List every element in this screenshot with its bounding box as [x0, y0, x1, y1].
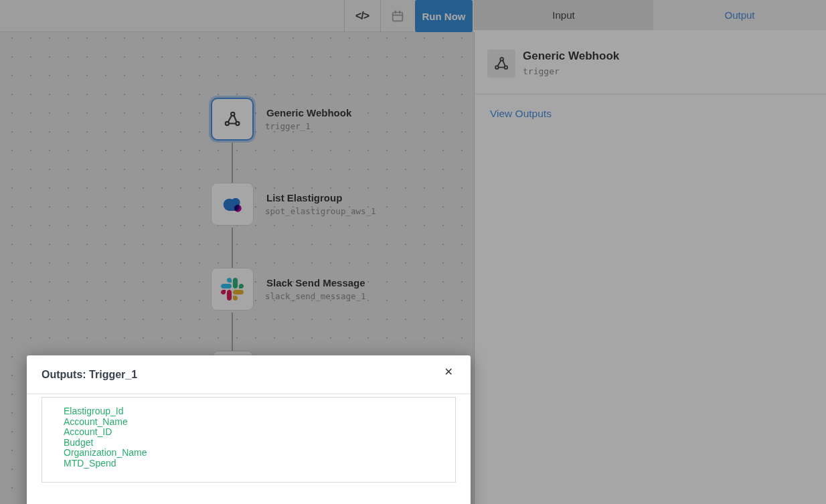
output-item[interactable]: Account_Name [64, 417, 455, 428]
output-item[interactable]: Elastigroup_Id [64, 406, 455, 417]
workflow-app: </> Run Now Input Output [0, 0, 826, 504]
close-icon[interactable]: ✕ [442, 364, 456, 380]
output-item[interactable]: MTD_Spend [64, 458, 455, 469]
outputs-modal: Outputs: Trigger_1 ✕ Elastigroup_Id Acco… [27, 355, 471, 504]
modal-title: Outputs: Trigger_1 [42, 369, 137, 381]
output-item[interactable]: Budget [64, 438, 455, 448]
modal-header-divider [27, 394, 471, 394]
modal-header: Outputs: Trigger_1 ✕ [27, 355, 471, 394]
output-item[interactable]: Organization_Name [64, 448, 455, 458]
outputs-list: Elastigroup_Id Account_Name Account_ID B… [42, 397, 456, 483]
output-item[interactable]: Account_ID [64, 427, 455, 438]
